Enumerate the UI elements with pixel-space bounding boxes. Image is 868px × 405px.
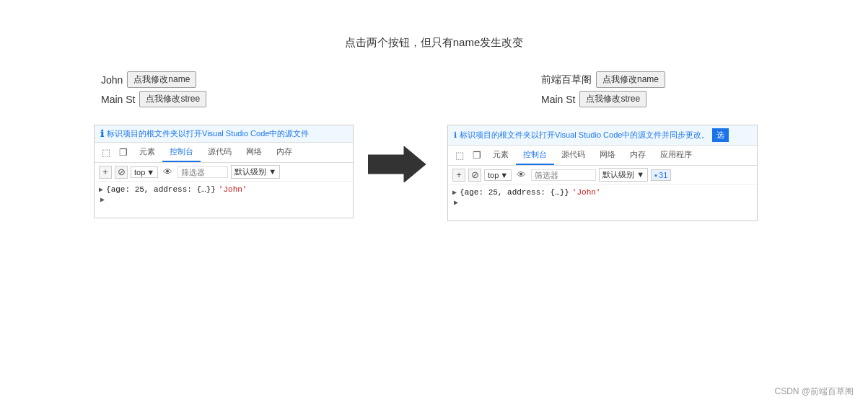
tab-memory-right[interactable]: 内存 [623,146,653,165]
tab-source-left[interactable]: 源代码 [201,143,239,162]
right-street-label: Main St [541,94,575,105]
right-devtools-infobar: ℹ 标识项目的根文件夹以打开Visual Studio Code中的源文件并同步… [448,125,757,146]
right-devtools-panel: ℹ 标识项目的根文件夹以打开Visual Studio Code中的源文件并同步… [447,125,758,221]
toolbar-top-label-left: top [134,168,145,177]
tab-console-left[interactable]: 控制台 [162,143,201,162]
right-infobar-text: 标识项目的根文件夹以打开Visual Studio Code中的源文件并同步更改… [460,130,709,141]
level-dropdown-right[interactable]: 默认级别 ▼ [599,168,648,182]
right-name-button[interactable]: 点我修改name [596,71,665,88]
tab-icon-1[interactable]: ⬚ [97,143,115,161]
page-container: 点击两个按钮，但只有name发生改变 John 点我修改name Main St… [0,0,868,405]
left-devtools-tabs: ⬚ ❐ 元素 控制台 源代码 网络 内存 [95,143,353,163]
left-console-line-2: ▶ [99,195,348,205]
right-street-button[interactable]: 点我修改stree [579,91,646,107]
dropdown-arrow-right: ▼ [500,171,508,179]
level-label-right: 默认级别 [602,170,634,179]
right-demo-panel: 前端百草阁 点我修改name Main St 点我修改stree [541,71,743,110]
tab-icon-r2[interactable]: ❐ [468,146,486,164]
right-console-line-2: ▶ [452,197,753,208]
tab-memory-left[interactable]: 内存 [269,143,299,162]
tab-icon-2[interactable]: ❐ [115,143,132,161]
left-name-row: John 点我修改name [101,71,281,88]
info-icon-right: ℹ [454,130,457,140]
tab-application-right[interactable]: 应用程序 [653,146,699,165]
level-label-left: 默认级别 [234,167,266,176]
right-console-string: 'John' [572,188,601,197]
info-icon-left: ℹ [100,128,104,139]
left-street-button[interactable]: 点我修改stree [139,91,206,107]
left-console-string: 'John' [219,185,247,194]
toolbar-top-dropdown-right[interactable]: top ▼ [484,169,512,181]
filter-input-right[interactable] [531,169,596,181]
toolbar-add-btn-right[interactable]: + [452,169,465,182]
toolbar-ban-btn-left[interactable]: ⊘ [115,166,128,179]
left-devtools-panel: ℹ 标识项目的根文件夹以打开Visual Studio Code中的源文件 ⬚ … [94,125,354,218]
right-name-label: 前端百草阁 [541,74,592,86]
svg-marker-0 [368,146,426,182]
level-arrow-left: ▼ [268,167,276,176]
right-arrow-svg [368,146,426,182]
toolbar-top-label-right: top [488,171,499,179]
right-street-row: Main St 点我修改stree [541,91,743,107]
tab-network-right[interactable]: 网络 [592,146,623,165]
right-console-line-1: ▶ {age: 25, address: {…}} 'John' [452,187,753,197]
level-dropdown-left[interactable]: 默认级别 ▼ [231,165,280,179]
tab-elements-right[interactable]: 元素 [486,146,516,165]
left-devtools-toolbar: + ⊘ top ▼ 👁 默认级别 ▼ [95,163,353,182]
right-infobar-link[interactable]: 选 [712,128,729,142]
toolbar-add-btn-left[interactable]: + [99,166,112,179]
tab-elements-left[interactable]: 元素 [132,143,162,162]
toolbar-eye-left[interactable]: 👁 [161,166,175,177]
right-name-row: 前端百草阁 点我修改name [541,71,743,88]
bottom-panels: ℹ 标识项目的根文件夹以打开Visual Studio Code中的源文件 ⬚ … [14,125,854,221]
header-title-text: 点击两个按钮，但只有name发生改变 [345,36,524,48]
right-devtools-toolbar: + ⊘ top ▼ 👁 默认级别 ▼ ▪ 31 [448,166,757,184]
dropdown-arrow-left: ▼ [146,168,154,177]
footer: CSDN @前端百草阁 [774,386,854,398]
left-demo-panel: John 点我修改name Main St 点我修改stree [101,71,281,110]
toolbar-eye-right[interactable]: 👁 [514,169,528,180]
count-badge-number: 31 [659,171,667,179]
toolbar-ban-btn-right[interactable]: ⊘ [468,169,481,182]
left-console-arrow[interactable]: ▶ [99,185,103,194]
filter-input-left[interactable] [177,166,228,178]
right-devtools-console: ▶ {age: 25, address: {…}} 'John' ▶ [448,184,757,221]
left-console-obj: {age: 25, address: {…}} [106,185,216,194]
count-badge-icon: ▪ [654,171,657,179]
top-panels: John 点我修改name Main St 点我修改stree 前端百草阁 点我… [14,71,854,110]
left-street-row: Main St 点我修改stree [101,91,281,107]
tab-icon-r1[interactable]: ⬚ [451,146,468,164]
arrow-container [368,146,426,182]
toolbar-top-dropdown-left[interactable]: top ▼ [131,166,158,178]
left-name-button[interactable]: 点我修改name [127,71,196,88]
tab-console-right[interactable]: 控制台 [516,146,554,165]
left-console-expand[interactable]: ▶ [100,195,105,204]
left-name-label: John [101,74,123,86]
tab-source-right[interactable]: 源代码 [554,146,592,165]
footer-text: CSDN @前端百草阁 [774,386,854,396]
left-street-label: Main St [101,94,135,105]
header-title: 点击两个按钮，但只有name发生改变 [14,36,854,50]
right-devtools-tabs: ⬚ ❐ 元素 控制台 源代码 网络 内存 应用程序 [448,146,757,166]
left-devtools-console: ▶ {age: 25, address: {…}} 'John' ▶ [95,182,353,218]
tab-network-left[interactable]: 网络 [239,143,269,162]
right-console-obj: {age: 25, address: {…}} [460,188,569,197]
left-infobar-text: 标识项目的根文件夹以打开Visual Studio Code中的源文件 [107,128,309,139]
right-console-arrow[interactable]: ▶ [452,188,457,197]
count-badge-right: ▪ 31 [651,169,671,181]
left-devtools-infobar: ℹ 标识项目的根文件夹以打开Visual Studio Code中的源文件 [95,125,353,143]
right-console-expand[interactable]: ▶ [454,198,458,207]
level-arrow-right: ▼ [636,170,644,179]
left-console-line-1: ▶ {age: 25, address: {…}} 'John' [99,184,348,195]
